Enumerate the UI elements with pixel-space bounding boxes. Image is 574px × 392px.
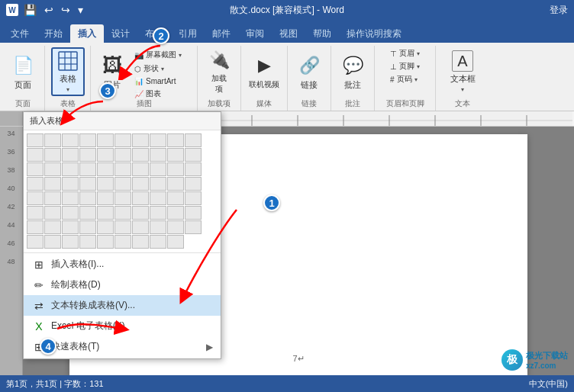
tab-help[interactable]: 帮助 bbox=[305, 24, 339, 43]
draw-table-item[interactable]: ✏ 绘制表格(D) bbox=[24, 275, 221, 295]
table-cell[interactable] bbox=[27, 162, 44, 176]
table-cell[interactable] bbox=[150, 235, 166, 249]
tab-view[interactable]: 视图 bbox=[272, 24, 305, 43]
tab-insert[interactable]: 插入 bbox=[70, 24, 104, 43]
table-button[interactable]: 表格 ▾ bbox=[51, 47, 85, 96]
table-cell[interactable] bbox=[27, 148, 44, 162]
table-cell[interactable] bbox=[97, 191, 114, 205]
tab-home[interactable]: 开始 bbox=[37, 24, 70, 43]
table-cell[interactable] bbox=[114, 148, 131, 162]
table-cell[interactable] bbox=[44, 235, 61, 249]
table-cell[interactable] bbox=[79, 148, 96, 162]
table-cell[interactable] bbox=[114, 235, 131, 249]
table-cell[interactable] bbox=[44, 177, 61, 191]
table-cell[interactable] bbox=[44, 206, 61, 220]
redo-button[interactable]: ↪ bbox=[59, 4, 73, 16]
table-cell[interactable] bbox=[62, 206, 79, 220]
excel-table-item[interactable]: X Excel 电子表格(X) bbox=[24, 316, 221, 336]
tab-file[interactable]: 文件 bbox=[3, 24, 37, 43]
table-cell[interactable] bbox=[97, 206, 114, 220]
table-cell[interactable] bbox=[150, 133, 166, 147]
screenshot-button[interactable]: 📷 屏幕截图 ▾ bbox=[132, 49, 184, 61]
tab-review[interactable]: 审阅 bbox=[238, 24, 272, 43]
table-cell[interactable] bbox=[44, 133, 61, 147]
addins-button[interactable]: 🔌 加载项 bbox=[202, 47, 236, 96]
table-cell[interactable] bbox=[44, 148, 61, 162]
online-video-button[interactable]: ▶ 联机视频 bbox=[246, 47, 282, 96]
table-cell[interactable] bbox=[132, 220, 149, 234]
table-cell[interactable] bbox=[114, 133, 131, 147]
table-cell[interactable] bbox=[185, 220, 202, 234]
table-cell[interactable] bbox=[79, 191, 96, 205]
table-cell[interactable] bbox=[114, 177, 131, 191]
table-cell[interactable] bbox=[150, 177, 166, 191]
shapes-button[interactable]: ⬡ 形状 ▾ bbox=[132, 63, 184, 75]
table-cell[interactable] bbox=[62, 148, 79, 162]
pages-button[interactable]: 📄 页面 bbox=[6, 47, 40, 96]
table-cell[interactable] bbox=[185, 191, 202, 205]
table-cell[interactable] bbox=[97, 133, 114, 147]
table-cell[interactable] bbox=[185, 162, 202, 176]
table-cell[interactable] bbox=[44, 162, 61, 176]
table-cell[interactable] bbox=[27, 177, 44, 191]
table-cell[interactable] bbox=[167, 220, 184, 234]
table-cell[interactable] bbox=[79, 235, 96, 249]
table-cell[interactable] bbox=[132, 148, 149, 162]
customize-button[interactable]: ▾ bbox=[76, 4, 85, 16]
table-cell[interactable] bbox=[27, 235, 44, 249]
table-cell[interactable] bbox=[114, 191, 131, 205]
table-cell[interactable] bbox=[62, 177, 79, 191]
table-cell[interactable] bbox=[97, 177, 114, 191]
table-cell[interactable] bbox=[167, 177, 184, 191]
table-cell[interactable] bbox=[150, 206, 166, 220]
table-cell[interactable] bbox=[132, 191, 149, 205]
table-grid[interactable] bbox=[24, 130, 221, 252]
table-cell[interactable] bbox=[79, 220, 96, 234]
table-cell[interactable] bbox=[132, 206, 149, 220]
tab-mailings[interactable]: 邮件 bbox=[205, 24, 238, 43]
save-button[interactable]: 💾 bbox=[21, 4, 39, 16]
comment-button[interactable]: 💬 批注 bbox=[336, 47, 369, 96]
table-cell[interactable] bbox=[27, 133, 44, 147]
table-cell[interactable] bbox=[97, 148, 114, 162]
header-button[interactable]: ⊤ 页眉 ▾ bbox=[388, 47, 422, 59]
table-cell[interactable] bbox=[44, 220, 61, 234]
link-button[interactable]: 🔗 链接 bbox=[292, 47, 326, 96]
insert-table-item[interactable]: ⊞ 插入表格(I)... bbox=[24, 254, 221, 275]
textbox-button[interactable]: A 文本框 ▾ bbox=[446, 47, 479, 96]
table-cell[interactable] bbox=[27, 191, 44, 205]
table-cell[interactable] bbox=[62, 191, 79, 205]
table-cell[interactable] bbox=[185, 148, 202, 162]
table-cell[interactable] bbox=[167, 148, 184, 162]
login-button[interactable]: 登录 bbox=[550, 4, 568, 17]
undo-button[interactable]: ↩ bbox=[42, 4, 56, 16]
smartart-button[interactable]: 📊 SmartArt bbox=[132, 76, 184, 86]
table-cell[interactable] bbox=[44, 191, 61, 205]
table-cell[interactable] bbox=[97, 220, 114, 234]
table-cell[interactable] bbox=[167, 235, 184, 249]
table-cell[interactable] bbox=[167, 162, 184, 176]
table-cell[interactable] bbox=[185, 133, 202, 147]
table-cell[interactable] bbox=[150, 148, 166, 162]
table-cell[interactable] bbox=[62, 133, 79, 147]
table-cell[interactable] bbox=[167, 191, 184, 205]
table-cell[interactable] bbox=[132, 162, 149, 176]
table-cell[interactable] bbox=[185, 177, 202, 191]
table-cell[interactable] bbox=[27, 206, 44, 220]
tab-references[interactable]: 引用 bbox=[171, 24, 205, 43]
table-cell[interactable] bbox=[167, 133, 184, 147]
table-cell[interactable] bbox=[27, 220, 44, 234]
table-cell[interactable] bbox=[132, 133, 149, 147]
text-to-table-item[interactable]: ⇄ 文本转换成表格(V)... bbox=[24, 295, 221, 316]
tab-search[interactable]: 操作说明搜索 bbox=[339, 24, 409, 43]
pagenum-button[interactable]: # 页码 ▾ bbox=[388, 73, 422, 85]
table-cell[interactable] bbox=[167, 206, 184, 220]
table-cell[interactable] bbox=[79, 133, 96, 147]
table-cell[interactable] bbox=[97, 162, 114, 176]
table-cell[interactable] bbox=[97, 235, 114, 249]
table-cell[interactable] bbox=[132, 235, 149, 249]
table-cell[interactable] bbox=[150, 162, 166, 176]
table-cell[interactable] bbox=[79, 177, 96, 191]
table-cell[interactable] bbox=[114, 162, 131, 176]
table-cell[interactable] bbox=[114, 206, 131, 220]
